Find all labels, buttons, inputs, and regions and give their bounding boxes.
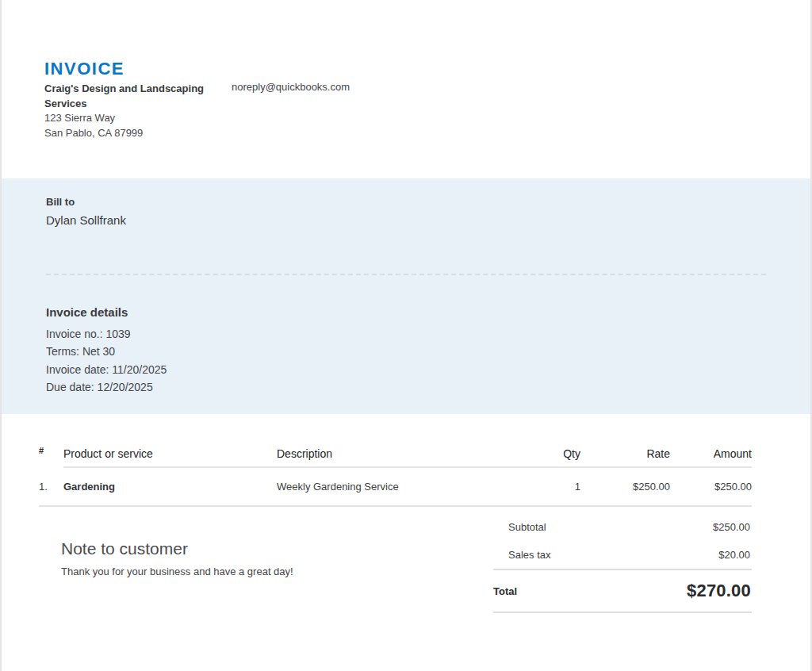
column-header-rate: Rate (580, 447, 670, 460)
dashed-divider (46, 274, 766, 275)
invoice-date: Invoice date: 11/20/2025 (46, 361, 766, 378)
total-value: $270.00 (687, 581, 751, 601)
sales-tax-value: $20.00 (718, 549, 750, 561)
total-label: Total (493, 585, 517, 597)
company-address-line2: San Pablo, CA 87999 (44, 126, 235, 141)
invoice-number: Invoice no.: 1039 (46, 325, 766, 343)
table-header-row: # Product or service Description Qty Rat… (39, 441, 752, 466)
note-body: Thank you for your business and have a g… (61, 566, 473, 578)
invoice-details-heading: Invoice details (46, 305, 766, 319)
company-name: Craig's Design and Landscaping Services (44, 82, 213, 111)
column-header-index: # (39, 446, 63, 455)
invoice-meta-band: Bill to Dylan Sollfrank Invoice details … (0, 178, 812, 414)
row-product: Gardening (63, 481, 277, 493)
subtotal-value: $250.00 (713, 521, 750, 533)
table-row: 1. Gardening Weekly Gardening Service 1 … (39, 468, 752, 505)
company-address: 123 Sierra Way San Pablo, CA 87999 (44, 111, 235, 140)
note-section: Note to customer Thank you for your busi… (61, 539, 473, 578)
line-items-table: # Product or service Description Qty Rat… (39, 441, 752, 507)
row-amount: $250.00 (670, 481, 752, 493)
invoice-title: INVOICE (44, 59, 235, 79)
row-index: 1. (39, 481, 63, 493)
column-header-qty: Qty (509, 447, 580, 460)
subtotal-label: Subtotal (508, 521, 546, 533)
sales-tax-label: Sales tax (508, 549, 550, 561)
row-rate: $250.00 (580, 481, 670, 493)
totals-section: Subtotal $250.00 Sales tax $20.00 Total … (493, 513, 752, 613)
invoice-page: INVOICE Craig's Design and Landscaping S… (0, 0, 812, 671)
invoice-due-date: Due date: 12/20/2025 (46, 378, 766, 396)
company-address-line1: 123 Sierra Way (44, 111, 235, 126)
bill-to-name: Dylan Sollfrank (46, 213, 766, 227)
invoice-terms: Terms: Net 30 (46, 343, 766, 360)
column-header-description: Description (277, 447, 509, 460)
column-header-product: Product or service (63, 447, 277, 460)
brand-header: INVOICE Craig's Design and Landscaping S… (44, 59, 235, 140)
total-row: Total $270.00 (493, 570, 752, 612)
subtotal-row: Subtotal $250.00 (493, 513, 752, 541)
row-qty: 1 (509, 481, 580, 493)
note-heading: Note to customer (61, 539, 473, 559)
row-description: Weekly Gardening Service (277, 481, 509, 493)
invoice-details-list: Invoice no.: 1039 Terms: Net 30 Invoice … (46, 325, 766, 397)
sender-email: noreply@quickbooks.com (232, 80, 350, 94)
totals-divider-bottom (493, 612, 752, 613)
sales-tax-row: Sales tax $20.00 (493, 541, 752, 569)
table-row-divider (39, 505, 752, 507)
bill-to-label: Bill to (46, 197, 766, 208)
column-header-amount: Amount (670, 447, 752, 460)
